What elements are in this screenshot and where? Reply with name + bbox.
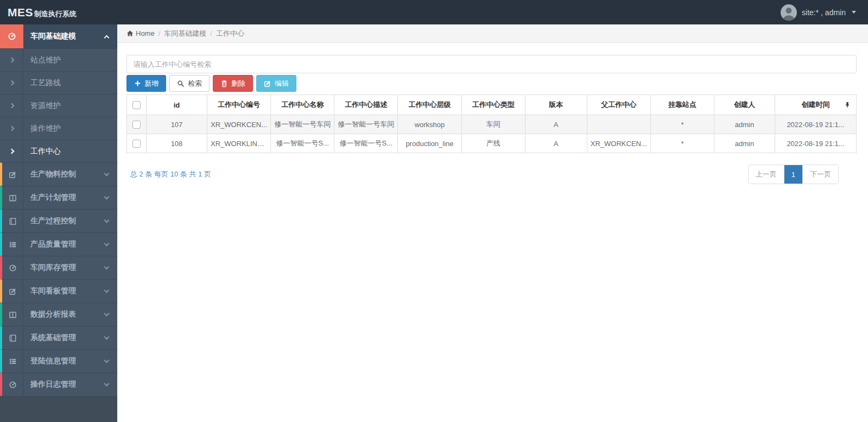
prev-page-button[interactable]: 上一页 (749, 165, 784, 184)
sidebar-group-operation-log[interactable]: 操作日志管理 (0, 373, 117, 396)
pagination-summary: 总 2 条 每页 10 条 共 1 页 (126, 169, 211, 179)
sidebar-group-system-management[interactable]: 系统基础管理 (0, 326, 117, 349)
sidebar-group-label: 车间库存管理 (23, 263, 105, 273)
user-menu[interactable]: site:* , admin (781, 4, 868, 21)
logo-text-primary: MES (8, 6, 33, 18)
toolbar: 新增 检索 删除 编辑 (126, 75, 857, 92)
chevron-right-icon (0, 117, 23, 140)
breadcrumb-home-link[interactable]: Home (126, 29, 155, 37)
chevron-down-icon (104, 264, 110, 269)
breadcrumb-item-current: 工作中心 (216, 29, 244, 39)
dashboard-icon (0, 24, 23, 48)
chevron-down-icon (104, 357, 110, 363)
pager-group: 上一页 1 下一页 (748, 165, 839, 184)
chevron-right-icon (0, 49, 23, 71)
sidebar-group-data-analysis[interactable]: 数据分析报表 (0, 303, 117, 326)
search-input[interactable] (126, 55, 857, 73)
sidebar-group-label: 生产物料控制 (23, 169, 105, 179)
search-button[interactable]: 检索 (169, 75, 210, 92)
sidebar-group-workshop-modeling[interactable]: 车间基础建模 (0, 24, 117, 48)
header-code: 工作中心编号 (207, 95, 271, 115)
columns-icon (2, 186, 23, 209)
page-1-button[interactable]: 1 (784, 165, 803, 184)
row-checkbox[interactable] (132, 121, 141, 129)
chevron-down-icon (104, 381, 110, 386)
delete-button[interactable]: 删除 (213, 75, 253, 92)
header-version: 版本 (525, 95, 587, 115)
next-page-button[interactable]: 下一页 (803, 165, 838, 184)
sidebar-group-inventory-management[interactable]: 车间库存管理 (0, 256, 117, 279)
pin-icon[interactable] (844, 102, 851, 108)
sidebar-group-label: 车间基础建模 (23, 32, 105, 41)
table-row[interactable]: 107 XR_WORKCEN... 修一智能一号车间 修一智能一号车间 work… (127, 115, 857, 134)
edit-icon (2, 280, 23, 303)
search-button-label: 检索 (188, 79, 202, 89)
sidebar-item-work-center[interactable]: 工作中心 (0, 140, 117, 162)
cell-creator: admin (714, 134, 775, 153)
cell-creator: admin (714, 115, 775, 134)
sidebar-item-station-maintenance[interactable]: 站点维护 (0, 48, 117, 71)
sidebar-item-label: 工作中心 (23, 147, 117, 156)
select-all-checkbox[interactable] (132, 101, 141, 109)
header-creator: 创建人 (714, 95, 775, 115)
cell-name: 修一智能一号车间 (271, 115, 334, 134)
breadcrumb-separator: / (159, 29, 161, 37)
book-icon (2, 210, 23, 232)
sidebar-item-label: 站点维护 (23, 55, 117, 65)
edit-button[interactable]: 编辑 (256, 75, 296, 92)
row-select-cell (127, 115, 147, 134)
sidebar-group-material-control[interactable]: 生产物料控制 (0, 162, 117, 186)
cell-level: workshop (398, 115, 461, 134)
header-station: 挂靠站点 (650, 95, 714, 115)
work-center-table: id 工作中心编号 工作中心名称 工作中心描述 工作中心层级 工作中心类型 版本… (126, 95, 857, 153)
chevron-down-icon (104, 287, 110, 293)
cell-station: * (650, 115, 714, 134)
sidebar-group-label: 数据分析报表 (23, 310, 105, 319)
header-select-all-cell (127, 95, 147, 115)
chevron-down-icon (104, 334, 110, 339)
sidebar-item-label: 资源维护 (23, 101, 117, 111)
sidebar-group-plan-management[interactable]: 生产计划管理 (0, 186, 117, 209)
sidebar-item-resource-maintenance[interactable]: 资源维护 (0, 94, 117, 117)
cell-created: 2022-08-19 21:1... (775, 134, 857, 153)
logo-text-secondary: 制造执行系统 (34, 10, 77, 18)
sidebar-group-label: 车间看板管理 (23, 286, 105, 296)
cell-parent (587, 115, 650, 134)
topbar: MES制造执行系统 site:* , admin (0, 0, 868, 24)
cell-id: 108 (147, 134, 207, 153)
chevron-down-icon (104, 241, 110, 246)
add-button[interactable]: 新增 (126, 75, 166, 92)
row-checkbox[interactable] (132, 140, 141, 148)
cell-station: * (650, 134, 714, 153)
sidebar-group-label: 产品质量管理 (23, 240, 105, 249)
dashboard-icon (2, 256, 23, 279)
book-icon (2, 326, 23, 349)
list-icon (2, 233, 23, 256)
header-parent: 父工作中心 (587, 95, 650, 115)
sidebar-item-label: 操作维护 (23, 124, 117, 134)
cell-code: XR_WORKCEN... (207, 115, 271, 134)
sidebar-group-label: 登陆信息管理 (23, 356, 105, 366)
sidebar-group-process-control[interactable]: 生产过程控制 (0, 209, 117, 232)
sidebar-group-quality-management[interactable]: 产品质量管理 (0, 232, 117, 256)
header-type: 工作中心类型 (461, 95, 525, 115)
sidebar-group-login-info[interactable]: 登陆信息管理 (0, 349, 117, 373)
sidebar-group-kanban-management[interactable]: 车间看板管理 (0, 279, 117, 303)
cell-level: production_line (398, 134, 461, 153)
header-level: 工作中心层级 (398, 95, 461, 115)
app-logo: MES制造执行系统 (0, 6, 117, 19)
table-row[interactable]: 108 XR_WORKLINE... 修一智能一号S... 修一智能一号S...… (127, 134, 857, 153)
sidebar-item-process-route[interactable]: 工艺路线 (0, 71, 117, 94)
avatar (781, 4, 797, 21)
chevron-down-icon (104, 311, 110, 316)
sidebar-item-label: 工艺路线 (23, 78, 117, 88)
sidebar-group-label: 生产过程控制 (23, 216, 105, 226)
sidebar-item-operation-maintenance[interactable]: 操作维护 (0, 117, 117, 140)
cell-description: 修一智能一号车间 (334, 115, 398, 134)
list-icon (2, 350, 23, 373)
sidebar-group-label: 操作日志管理 (23, 380, 105, 389)
chevron-down-icon (104, 194, 110, 199)
breadcrumb-separator: / (210, 29, 212, 37)
cell-description: 修一智能一号S... (334, 134, 398, 153)
cell-type: 产线 (461, 134, 525, 153)
